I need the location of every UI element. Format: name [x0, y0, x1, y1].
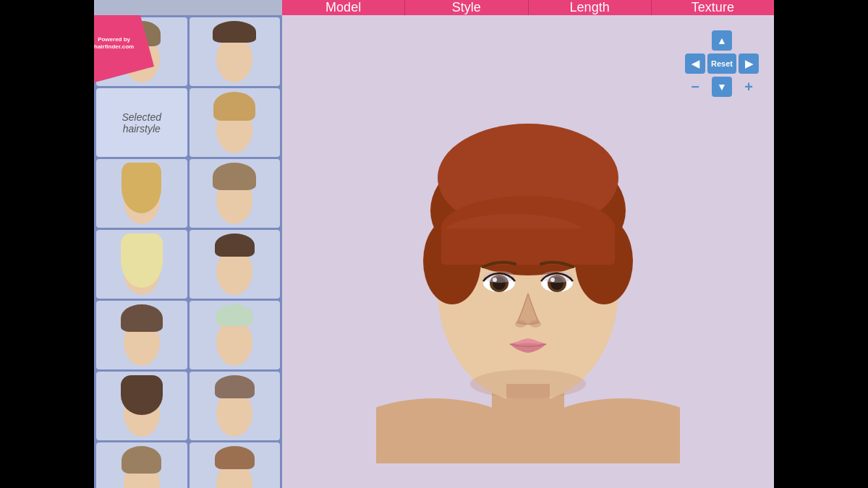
canvas-area: ▲ ◀ Reset ▶ − ▼ +	[282, 15, 774, 488]
hair-item-6[interactable]	[190, 159, 281, 228]
tab-length[interactable]: Length	[529, 0, 652, 15]
svg-rect-11	[441, 228, 615, 265]
svg-point-23	[529, 320, 541, 328]
tab-texture[interactable]: Texture	[652, 0, 774, 15]
nav-down-button[interactable]: ▼	[712, 77, 732, 97]
hair-item-14[interactable]	[190, 442, 281, 488]
top-nav: Model Style Length Texture	[282, 0, 774, 15]
nav-controls: ▲ ◀ Reset ▶ − ▼ +	[684, 30, 760, 98]
svg-point-25	[470, 369, 586, 398]
hair-item-8[interactable]	[190, 230, 281, 299]
hair-item-4[interactable]	[190, 88, 281, 157]
hair-item-7[interactable]	[96, 230, 187, 299]
sidebar: Powered by hairfinder.com	[94, 15, 282, 488]
model-face	[365, 62, 691, 467]
hair-item-12[interactable]	[190, 372, 281, 440]
nav-reset-button[interactable]: Reset	[707, 53, 736, 74]
tab-style[interactable]: Style	[405, 0, 528, 15]
hairstyle-grid: Selected hairstyle	[94, 15, 282, 488]
nav-right-button[interactable]: ▶	[739, 53, 759, 74]
hair-item-13[interactable]	[96, 442, 187, 488]
main-area: Powered by hairfinder.com	[94, 15, 774, 488]
hair-item-selected[interactable]: Selected hairstyle	[96, 88, 187, 157]
hair-item-10[interactable]	[190, 301, 281, 369]
nav-zoom-in-button[interactable]: +	[739, 77, 759, 97]
hair-item-2[interactable]	[190, 17, 281, 86]
hair-item-9[interactable]	[96, 301, 187, 369]
hair-item-5[interactable]	[96, 159, 187, 228]
selected-hairstyle-label: Selected hairstyle	[122, 111, 161, 134]
nav-up-button[interactable]: ▲	[712, 30, 732, 51]
svg-point-22	[515, 320, 527, 328]
app: Model Style Length Texture Powered by ha…	[94, 0, 774, 488]
model-svg	[376, 66, 680, 463]
hair-item-11[interactable]	[96, 372, 187, 440]
tab-model[interactable]: Model	[282, 0, 405, 15]
powered-by-text: Powered by hairfinder.com	[94, 36, 134, 51]
